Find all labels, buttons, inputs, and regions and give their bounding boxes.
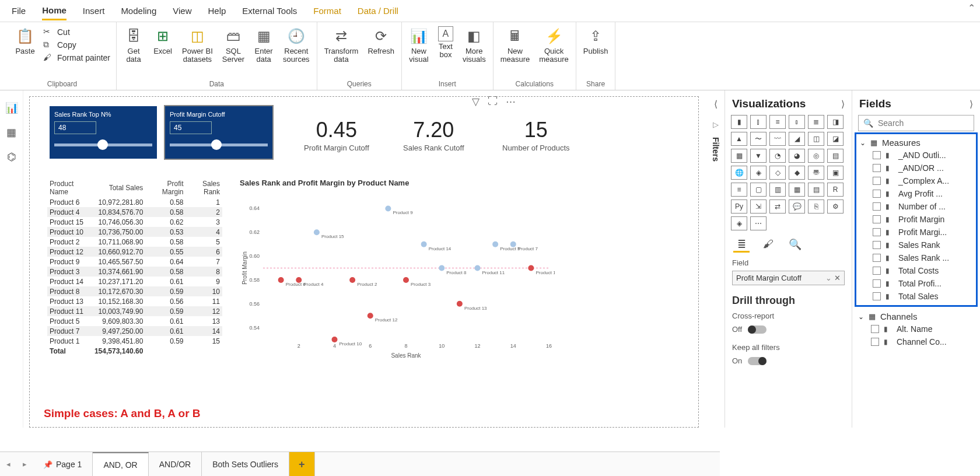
viz-type-icon[interactable]: ⚙	[827, 200, 844, 214]
text-box-button[interactable]: AText box	[433, 24, 458, 61]
ribbon-tab[interactable]: Data / Drill	[358, 2, 398, 19]
viz-type-icon[interactable]: ◇	[769, 166, 786, 180]
viz-type-icon[interactable]: ◕	[789, 149, 805, 163]
get-data-button[interactable]: 🗄Get data	[119, 24, 148, 66]
table-row[interactable]: Product 310,374,661.900.588	[47, 267, 222, 276]
viz-type-icon[interactable]: ⇄	[769, 200, 786, 214]
focus-icon[interactable]: ▷	[713, 120, 719, 129]
collapse-icon[interactable]: ⟩	[841, 99, 845, 110]
field-item[interactable]: ▮Profit Margin	[860, 213, 972, 226]
viz-type-icon[interactable]: ⇲	[750, 200, 766, 214]
field-item[interactable]: ▮Channel Co...	[858, 335, 974, 348]
report-canvas[interactable]: ▽ ⛶ ⋯ Sales Rank Top N% Profit Margin Cu…	[29, 96, 699, 428]
sql-server-button[interactable]: 🗃SQL Server	[218, 24, 249, 66]
ribbon-tab[interactable]: Modeling	[121, 2, 156, 19]
table-row[interactable]: Product 210,711,068.900.585	[47, 237, 222, 247]
model-view-icon[interactable]: ⌬	[5, 150, 19, 164]
page-tab[interactable]: AND, OR	[93, 452, 148, 476]
field-item[interactable]: ▮Avg Profit ...	[860, 187, 972, 200]
kpi-card[interactable]: 0.45Profit Margin Cutoff	[304, 118, 369, 152]
viz-type-icon[interactable]: ▮	[731, 115, 747, 129]
viz-type-icon[interactable]: 💬	[789, 200, 805, 214]
viz-type-icon[interactable]: ◎	[808, 149, 824, 163]
analytics-tab-icon[interactable]: 🔍	[787, 237, 803, 253]
viz-type-icon[interactable]: ◈	[750, 166, 766, 180]
kpi-card[interactable]: 15Number of Products	[502, 118, 570, 152]
viz-type-icon[interactable]: ≡	[731, 183, 747, 197]
ribbon-tab[interactable]: Format	[313, 2, 341, 19]
slicer-input[interactable]	[170, 121, 212, 134]
table-row[interactable]: Product 19,398,451.800.5915	[47, 336, 222, 346]
refresh-button[interactable]: ⟳Refresh	[363, 24, 399, 57]
publish-button[interactable]: ⇪Publish	[579, 24, 613, 57]
field-item[interactable]: ▮Number of ...	[860, 200, 972, 213]
viz-type-icon[interactable]: ⎘	[808, 200, 824, 214]
slicer-input[interactable]	[54, 121, 96, 134]
field-item[interactable]: ▮Alt. Name	[858, 323, 974, 335]
viz-type-icon[interactable]: ▥	[769, 183, 786, 197]
filter-icon[interactable]: ▽	[472, 96, 480, 108]
data-table[interactable]: Product NameTotal SalesProfit MarginSale…	[47, 178, 222, 356]
keep-filters-toggle[interactable]	[748, 357, 766, 365]
fields-tab-icon[interactable]: ≣	[733, 237, 750, 253]
quick-measure-button[interactable]: ⚡Quick measure	[534, 24, 573, 66]
slicer-profit-margin[interactable]: Profit Margin Cutoff	[165, 106, 272, 159]
more-visuals-button[interactable]: ◧More visuals	[458, 24, 491, 66]
format-painter-button[interactable]: 🖌Format painter	[43, 52, 110, 63]
expand-filters-icon[interactable]: ⟨	[714, 99, 718, 110]
data-view-icon[interactable]: ▦	[5, 125, 19, 139]
table-row[interactable]: Product 59,609,803.300.6113	[47, 316, 222, 326]
slider-thumb[interactable]	[211, 139, 222, 150]
viz-type-icon[interactable]: ⫿	[750, 115, 766, 129]
transform-data-button[interactable]: ⇄Transform data	[320, 24, 363, 66]
enter-data-button[interactable]: ▦Enter data	[249, 24, 278, 66]
viz-type-icon[interactable]: ≣	[808, 115, 824, 129]
pbi-datasets-button[interactable]: ◫Power BI datasets	[177, 24, 218, 66]
add-page-button[interactable]: +	[289, 452, 315, 476]
new-measure-button[interactable]: 🖩New measure	[496, 24, 535, 66]
new-visual-button[interactable]: 📊New visual	[404, 24, 433, 66]
field-item[interactable]: ▮Sales Rank ...	[860, 251, 972, 264]
page-tab[interactable]: 📌Page 1	[33, 452, 93, 476]
viz-type-icon[interactable]: 🌐	[731, 166, 747, 180]
viz-type-icon[interactable]: Py	[731, 200, 747, 214]
table-row[interactable]: Product 1210,660,912.700.556	[47, 247, 222, 257]
slider-thumb[interactable]	[97, 139, 108, 150]
viz-type-icon[interactable]: ⫾	[789, 115, 805, 129]
viz-type-icon[interactable]: ▢	[750, 183, 766, 197]
recent-sources-button[interactable]: 🕘Recent sources	[278, 24, 314, 66]
next-page-icon[interactable]: ▸	[16, 460, 33, 468]
viz-type-icon[interactable]: ▼	[750, 149, 766, 163]
scatter-chart[interactable]: Sales Rank and Profit Margin by Product …	[240, 178, 566, 365]
focus-icon[interactable]: ⛶	[488, 96, 498, 108]
more-icon[interactable]: ⋯	[506, 96, 516, 108]
field-chip[interactable]: Profit Margin Cutoff⌄ ✕	[732, 271, 845, 285]
field-item[interactable]: ▮Total Profi...	[860, 277, 972, 290]
fields-search[interactable]: 🔍Search	[858, 115, 974, 131]
viz-type-icon[interactable]: ◪	[827, 132, 844, 146]
field-item[interactable]: ▮_Complex A...	[860, 174, 972, 187]
table-row[interactable]: Product 910,465,567.500.647	[47, 257, 222, 267]
table-row[interactable]: Product 1410,237,171.200.619	[47, 276, 222, 286]
field-group-header[interactable]: ⌄▦Channels	[858, 310, 974, 323]
viz-type-icon[interactable]: ◔	[769, 149, 786, 163]
remove-field-icon[interactable]: ✕	[834, 274, 841, 282]
table-row[interactable]: Product 1010,736,750.000.534	[47, 227, 222, 237]
ribbon-tab[interactable]: Home	[42, 2, 66, 20]
viz-type-icon[interactable]: ◫	[808, 132, 824, 146]
table-row[interactable]: Product 810,172,670.300.5910	[47, 286, 222, 296]
viz-type-icon[interactable]: ▤	[808, 183, 824, 197]
viz-type-icon[interactable]: ◆	[789, 166, 805, 180]
filters-label[interactable]: Filters	[711, 137, 720, 162]
viz-type-icon[interactable]: R	[827, 183, 844, 197]
paste-button[interactable]: 📋Paste	[10, 24, 40, 57]
ribbon-tab[interactable]: File	[12, 2, 26, 19]
table-row[interactable]: Product 610,972,281.800.581	[47, 197, 222, 207]
ribbon-collapse-icon[interactable]: ⌃	[968, 2, 975, 13]
viz-type-icon[interactable]: ≡	[769, 115, 786, 129]
collapse-icon[interactable]: ⟩	[970, 99, 973, 110]
viz-type-icon[interactable]: ⋯	[750, 216, 766, 230]
table-row[interactable]: Product 1510,746,056.300.623	[47, 217, 222, 227]
table-row[interactable]: Product 1310,152,168.300.5611	[47, 296, 222, 306]
field-item[interactable]: ▮_AND Outli...	[860, 149, 972, 162]
